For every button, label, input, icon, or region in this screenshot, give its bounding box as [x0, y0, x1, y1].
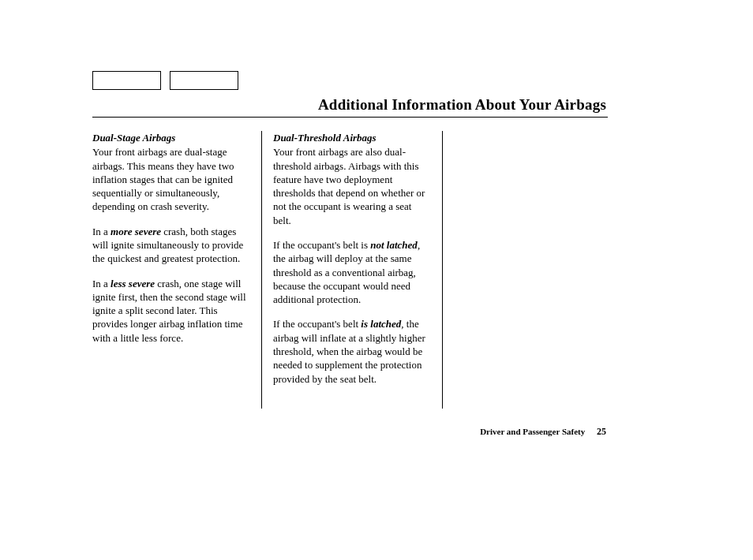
content-columns: Dual-Stage Airbags Your front airbags ar…	[92, 131, 609, 409]
manual-page: Additional Information About Your Airbag…	[0, 0, 753, 560]
title-divider	[92, 117, 608, 118]
emphasis-less-severe: less severe	[111, 278, 155, 289]
col1-heading: Dual-Stage Airbags	[92, 131, 250, 144]
crop-box	[92, 71, 161, 90]
col1-p3: In a less severe crash, one stage will i…	[92, 277, 250, 345]
col1-p2: In a more severe crash, both stages will…	[92, 225, 250, 266]
page-title: Additional Information About Your Airbag…	[318, 96, 606, 114]
emphasis-more-severe: more severe	[111, 226, 161, 237]
emphasis-not-latched: not latched	[370, 239, 418, 251]
col1-p1: Your front airbags are dual-stage airbag…	[92, 145, 250, 213]
column-right	[442, 131, 623, 409]
col2-heading: Dual-Threshold Airbags	[273, 131, 431, 144]
page-footer: Driver and Passenger Safety 25	[480, 426, 606, 438]
col2-p1: Your front airbags are also dual-thresho…	[273, 145, 431, 227]
footer-section-label: Driver and Passenger Safety	[480, 427, 585, 436]
col2-p2: If the occupant's belt is not latched, t…	[273, 238, 431, 306]
crop-mark-row	[92, 71, 238, 90]
column-left: Dual-Stage Airbags Your front airbags ar…	[92, 131, 261, 409]
emphasis-is-latched: is latched	[361, 318, 401, 330]
page-number: 25	[597, 426, 606, 437]
col2-p3: If the occupant's belt is latched, the a…	[273, 317, 431, 385]
crop-box	[170, 71, 238, 90]
column-middle: Dual-Threshold Airbags Your front airbag…	[261, 131, 442, 409]
